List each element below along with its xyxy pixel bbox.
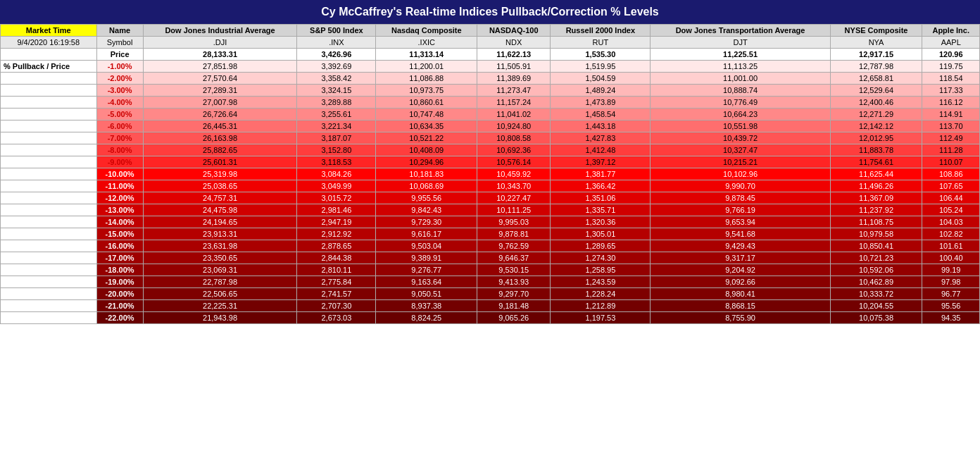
pct-cell: -2.00% — [96, 73, 143, 85]
pct-cell: -18.00% — [96, 264, 143, 276]
table-row: -22.00% 21,943.98 2,673.03 8,824.25 9,06… — [1, 312, 980, 324]
djt-value: 9,990.70 — [651, 180, 830, 192]
inx-value: 3,221.34 — [297, 120, 376, 132]
section-label-cell: Correction — [1, 168, 97, 180]
djt-value: 10,439.72 — [651, 132, 830, 144]
pct-cell: -13.00% — [96, 204, 143, 216]
djt-value: 10,215.21 — [651, 156, 830, 168]
nya-value: 11,883.78 — [830, 144, 922, 156]
aapl-value: 110.07 — [922, 156, 980, 168]
dji-value: 22,506.65 — [143, 288, 297, 300]
ixic-value: 9,842.43 — [376, 204, 477, 216]
section-label-cell — [1, 85, 97, 97]
dji-value: 25,319.98 — [143, 168, 297, 180]
rut-value: 1,519.95 — [551, 61, 651, 73]
table-row: % Pullback / Price -1.00% 27,851.98 3,39… — [1, 61, 980, 73]
aapl-value: 108.86 — [922, 168, 980, 180]
russell2000-header: Russell 2000 Index — [551, 25, 651, 37]
datetime-cell: 9/4/2020 16:19:58 — [1, 37, 97, 49]
ixic-value: 9,955.56 — [376, 192, 477, 204]
ndx-symbol: NDX — [477, 37, 551, 49]
dji-value: 21,943.98 — [143, 312, 297, 324]
aapl-value: 116.12 — [922, 97, 980, 109]
ndx-value: 11,273.47 — [477, 85, 551, 97]
pct-cell: -9.00% — [96, 156, 143, 168]
ndx-value: 9,646.37 — [477, 252, 551, 264]
djt-value: 10,327.47 — [651, 144, 830, 156]
dji-value: 27,570.64 — [143, 73, 297, 85]
inx-value: 2,810.11 — [297, 264, 376, 276]
pct-cell: -5.00% — [96, 109, 143, 120]
table-row: Correction -10.00% 25,319.98 3,084.26 10… — [1, 168, 980, 180]
ndx-value: 9,762.59 — [477, 240, 551, 252]
rut-value: 1,412.48 — [551, 144, 651, 156]
rut-value: 1,289.65 — [551, 240, 651, 252]
ndx-value: 11,041.02 — [477, 109, 551, 120]
dji-value: 25,882.65 — [143, 144, 297, 156]
pct-cell: -1.00% — [96, 61, 143, 73]
pct-cell: -17.00% — [96, 252, 143, 264]
ndx-value: 10,343.70 — [477, 180, 551, 192]
nya-value: 10,333.72 — [830, 288, 922, 300]
table-row: -12.00% 24,757.31 3,015.72 9,955.56 10,2… — [1, 192, 980, 204]
ixic-value: 10,634.35 — [376, 120, 477, 132]
ixic-symbol: .IXIC — [376, 37, 477, 49]
symbol-row: 9/4/2020 16:19:58 Symbol .DJI .INX .IXIC… — [1, 37, 980, 49]
aapl-value: 102.82 — [922, 228, 980, 240]
ndx-value: 9,413.93 — [477, 276, 551, 288]
section-label-cell — [1, 192, 97, 204]
inx-value: 3,049.99 — [297, 180, 376, 192]
table-row: Bear Market -20.00% 22,506.65 2,741.57 9… — [1, 288, 980, 300]
inx-value: 2,673.03 — [297, 312, 376, 324]
name-header: Name — [96, 25, 143, 37]
ixic-value: 11,086.88 — [376, 73, 477, 85]
aapl-price: 120.96 — [922, 49, 980, 61]
dji-value: 26,726.64 — [143, 109, 297, 120]
rut-value: 1,197.53 — [551, 312, 651, 324]
aapl-symbol: AAPL — [922, 37, 980, 49]
aapl-value: 114.91 — [922, 109, 980, 120]
nya-value: 11,237.92 — [830, 204, 922, 216]
ixic-value: 10,408.09 — [376, 144, 477, 156]
aapl-value: 94.35 — [922, 312, 980, 324]
ndx-value: 10,808.58 — [477, 132, 551, 144]
ixic-value: 9,616.17 — [376, 228, 477, 240]
table-row: -2.00% 27,570.64 3,358.42 11,086.88 11,3… — [1, 73, 980, 85]
section-label-cell — [1, 228, 97, 240]
ndx-value: 10,227.47 — [477, 192, 551, 204]
nya-value: 11,625.44 — [830, 168, 922, 180]
ixic-value: 10,294.96 — [376, 156, 477, 168]
nya-symbol: NYA — [830, 37, 922, 49]
nya-value: 11,108.75 — [830, 216, 922, 228]
aapl-value: 95.56 — [922, 300, 980, 312]
rut-value: 1,427.83 — [551, 132, 651, 144]
dji-value: 27,851.98 — [143, 61, 297, 73]
ixic-value: 10,521.22 — [376, 132, 477, 144]
rut-symbol: RUT — [551, 37, 651, 49]
inx-value: 2,775.84 — [297, 276, 376, 288]
dji-value: 23,631.98 — [143, 240, 297, 252]
dow-transport-header: Dow Jones Transportation Average — [651, 25, 830, 37]
djt-value: 9,878.45 — [651, 192, 830, 204]
dji-value: 25,601.31 — [143, 156, 297, 168]
apple-header: Apple Inc. — [922, 25, 980, 37]
dow-jones-header: Dow Jones Industrial Average — [143, 25, 297, 37]
pct-cell: -12.00% — [96, 192, 143, 204]
aapl-value: 113.70 — [922, 120, 980, 132]
aapl-value: 106.44 — [922, 192, 980, 204]
ndx-value: 9,297.70 — [477, 288, 551, 300]
table-row: -21.00% 22,225.31 2,707.30 8,937.38 9,18… — [1, 300, 980, 312]
nya-value: 12,787.98 — [830, 61, 922, 73]
inx-value: 2,707.30 — [297, 300, 376, 312]
djt-value: 8,868.15 — [651, 300, 830, 312]
section-label-cell — [1, 216, 97, 228]
nya-value: 10,850.41 — [830, 240, 922, 252]
rut-value: 1,351.06 — [551, 192, 651, 204]
rut-value: 1,397.12 — [551, 156, 651, 168]
nya-value: 10,721.23 — [830, 252, 922, 264]
section-label-cell: % Pullback / Price — [1, 61, 97, 73]
nya-value: 12,400.46 — [830, 97, 922, 109]
pct-cell: -16.00% — [96, 240, 143, 252]
ndx-value: 11,389.69 — [477, 73, 551, 85]
table-row: -8.00% 25,882.65 3,152.80 10,408.09 10,6… — [1, 144, 980, 156]
